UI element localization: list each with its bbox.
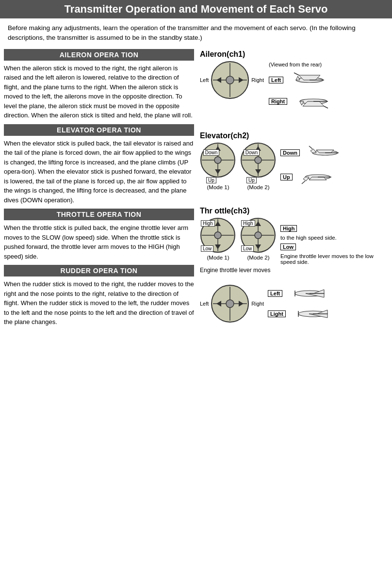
left-column: AILERON OPERA TION When the aileron stic… xyxy=(4,46,198,328)
page-title: Transmitter Operation and Movement of Ea… xyxy=(0,0,392,18)
throttle-low-label-m1: Low xyxy=(201,245,213,252)
elevator-mode1-label: (Mode 1) xyxy=(207,184,229,190)
throttle-low-label-m2: Low xyxy=(241,245,254,252)
rudder-plane-top-svg xyxy=(285,285,329,302)
aileron-stick-svg xyxy=(211,61,249,99)
svg-point-27 xyxy=(255,157,261,163)
aileron-diagram-title: Aileron(ch1) xyxy=(200,50,245,59)
throttle-low-box: Low xyxy=(280,244,296,250)
throttle-header: THROTTLE OPERA TION xyxy=(4,209,194,220)
throttle-high-desc: to the high speed side. xyxy=(280,235,388,241)
svg-marker-35 xyxy=(303,177,309,181)
throttle-high-label-m2: High xyxy=(241,220,255,227)
svg-marker-34 xyxy=(309,177,327,180)
svg-marker-9 xyxy=(296,76,300,80)
elevator-header: ELEVATOR OPERA TION xyxy=(4,124,194,136)
rudder-header: RUDDER OPERA TION xyxy=(4,265,194,276)
throttle-mode1-label: (Mode 1) xyxy=(207,255,229,260)
right-column: Aileron(ch1) Left xyxy=(198,46,388,328)
aileron-left-label: Left xyxy=(200,77,209,83)
svg-line-8 xyxy=(294,73,299,75)
rudder-body: When the rudder stick is moved to the ri… xyxy=(4,278,194,328)
svg-marker-30 xyxy=(310,149,316,153)
svg-line-31 xyxy=(309,146,312,149)
engine-throttle-label: Engine throttle lever moves xyxy=(200,267,270,274)
elevator-body: When the elevator stick is pulled back, … xyxy=(4,138,194,206)
aileron-body: When the aileron stick is moved to the r… xyxy=(4,63,194,121)
elevator-plane-up-svg xyxy=(294,168,338,186)
elevator-up-label-m2: Up xyxy=(246,177,257,183)
throttle-low-desc: Engine throttle lever moves to the low s… xyxy=(280,253,388,265)
svg-marker-14 xyxy=(300,101,304,105)
aileron-plane-left-svg xyxy=(285,71,329,89)
rudder-right-label: Right xyxy=(251,301,264,307)
aileron-view-subtitle: (Viewed from the rear) xyxy=(269,62,333,67)
svg-line-36 xyxy=(302,181,305,184)
throttle-high-label-m1: High xyxy=(201,220,215,227)
svg-point-49 xyxy=(255,232,261,239)
elevator-stick-mode1-svg xyxy=(200,142,236,179)
rudder-plane-left-label: Left xyxy=(268,290,282,297)
throttle-body: When the throttle stick is pulled back, … xyxy=(4,222,194,262)
rudder-plane-light-label: Light xyxy=(268,310,286,317)
rudder-stick-svg xyxy=(211,284,249,323)
elevator-plane-up-label: Up xyxy=(280,174,293,180)
elevator-diagram-title: Elevator(ch2) xyxy=(200,131,249,140)
svg-marker-29 xyxy=(316,150,334,153)
aileron-header: AILERON OPERA TION xyxy=(4,49,194,61)
throttle-info: High to the high speed side. Low Engine … xyxy=(280,225,388,265)
svg-point-43 xyxy=(214,232,221,239)
rudder-plane-bottom-svg xyxy=(289,305,332,323)
aileron-plane-label-left: Left xyxy=(269,77,283,83)
svg-point-55 xyxy=(226,300,234,308)
intro-text: Before making any adjustments, learn the… xyxy=(0,18,392,46)
elevator-plane-down-svg xyxy=(302,144,345,162)
elevator-down-label-m2: Down xyxy=(244,149,260,156)
svg-point-21 xyxy=(214,157,221,163)
throttle-diagram-title: Thr ottle(ch3) xyxy=(200,207,249,215)
svg-line-13 xyxy=(324,106,328,108)
svg-point-5 xyxy=(226,76,234,84)
elevator-up-label-m1: Up xyxy=(206,177,216,183)
elevator-mode2-label: (Mode 2) xyxy=(247,184,269,190)
elevator-stick-mode2-svg xyxy=(240,142,277,179)
rudder-diagram: Left Right Left xyxy=(200,282,388,323)
aileron-diagram: Aileron(ch1) Left xyxy=(200,48,388,110)
elevator-down-label-m1: Down xyxy=(203,149,220,156)
throttle-diagram: Thr ottle(ch3) High Low (Mode 1) xyxy=(200,205,388,274)
aileron-plane-label-right: Right xyxy=(269,98,287,105)
rudder-left-label: Left xyxy=(200,301,209,307)
elevator-plane-down-label: Down xyxy=(280,149,300,156)
throttle-mode2-label: (Mode 2) xyxy=(247,255,269,260)
throttle-high-box: High xyxy=(280,225,297,232)
aileron-right-label: Right xyxy=(251,77,264,83)
aileron-plane-right-svg xyxy=(289,93,333,110)
elevator-diagram: Elevator(ch2) Down Up (Mode 1) xyxy=(200,130,388,190)
